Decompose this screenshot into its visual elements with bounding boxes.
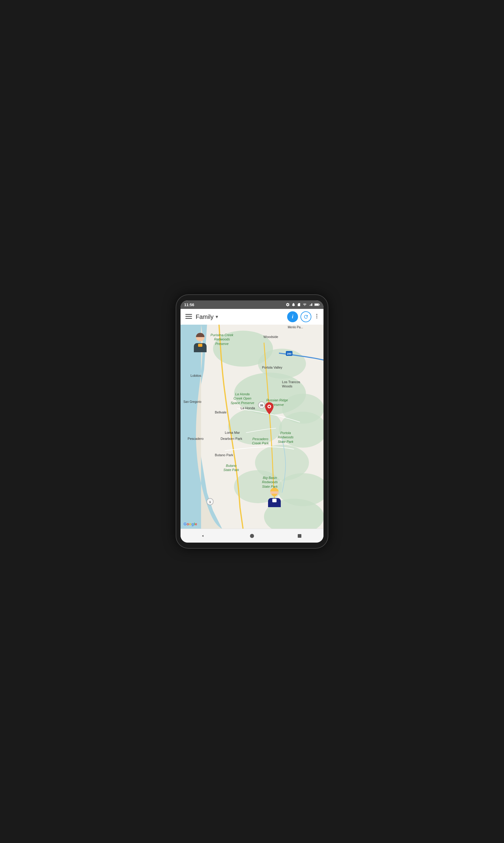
location-pin[interactable] xyxy=(265,402,273,415)
home-icon xyxy=(249,533,255,539)
sim-icon xyxy=(297,302,301,307)
more-vert-icon xyxy=(314,313,320,319)
svg-marker-2 xyxy=(311,303,312,306)
pin-icon xyxy=(265,402,273,415)
app-title: Family xyxy=(196,313,214,320)
status-icons xyxy=(286,302,320,307)
svg-marker-0 xyxy=(309,305,310,306)
back-button[interactable] xyxy=(199,530,210,541)
recents-button[interactable] xyxy=(294,530,305,541)
action-icons: i xyxy=(287,311,320,322)
svg-marker-1 xyxy=(310,304,311,306)
back-icon xyxy=(201,533,208,539)
dropdown-icon: ▼ xyxy=(215,314,219,319)
home-button[interactable] xyxy=(247,530,257,541)
svg-point-18 xyxy=(228,409,282,445)
svg-rect-34 xyxy=(298,534,301,538)
refresh-button[interactable] xyxy=(301,311,311,322)
screen: 11:56 xyxy=(181,300,323,543)
svg-point-9 xyxy=(316,314,317,315)
avatar-figure-2 xyxy=(266,488,283,507)
svg-rect-5 xyxy=(315,304,318,305)
title-dropdown[interactable]: Family ▼ xyxy=(196,313,285,320)
map-container[interactable]: 280 35 1 Purisima CreekRedwoodsPreserve … xyxy=(181,324,323,529)
signal-icon xyxy=(309,303,313,306)
svg-point-33 xyxy=(250,534,254,538)
svg-rect-8 xyxy=(185,318,192,319)
svg-rect-7 xyxy=(185,316,192,317)
svg-point-31 xyxy=(268,406,270,407)
wifi-icon xyxy=(302,303,307,306)
battery-icon xyxy=(314,303,320,306)
settings-icon xyxy=(286,302,290,307)
more-button[interactable] xyxy=(314,313,320,321)
svg-rect-6 xyxy=(185,314,192,315)
recents-icon xyxy=(297,533,302,539)
svg-text:1: 1 xyxy=(209,500,211,504)
avatar-marker-2[interactable] xyxy=(266,488,283,507)
menu-button[interactable] xyxy=(184,312,193,322)
svg-text:280: 280 xyxy=(287,352,291,355)
status-time: 11:56 xyxy=(184,302,194,307)
info-button[interactable]: i xyxy=(287,311,298,322)
svg-rect-4 xyxy=(319,304,320,305)
refresh-icon xyxy=(303,314,309,319)
svg-marker-32 xyxy=(202,535,206,537)
svg-text:35: 35 xyxy=(260,404,263,407)
info-icon: i xyxy=(292,314,293,320)
avatar-marker-1[interactable] xyxy=(192,333,209,352)
status-bar: 11:56 xyxy=(181,300,323,309)
nav-bar xyxy=(181,529,323,543)
avatar-figure-1 xyxy=(192,333,209,352)
app-bar: Family ▼ i xyxy=(181,309,323,324)
device-frame: 11:56 xyxy=(176,295,328,548)
map-background: 280 35 1 xyxy=(181,324,323,529)
google-logo: Google xyxy=(183,522,197,526)
notification-icon xyxy=(291,302,295,307)
svg-point-11 xyxy=(316,317,317,318)
svg-point-10 xyxy=(316,316,317,316)
